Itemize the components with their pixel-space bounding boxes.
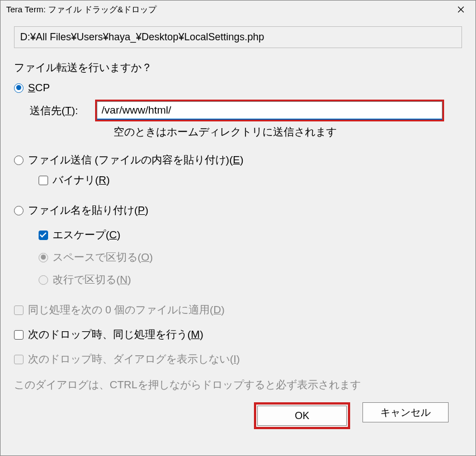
scp-dest-input[interactable]: [97, 101, 442, 120]
ok-button[interactable]: OK: [257, 406, 347, 426]
checkbox-next-nodlg-label: 次のドロップ時、ダイアログを表示しない(I): [28, 352, 240, 366]
checkbox-binary-row[interactable]: バイナリ(R): [39, 173, 462, 187]
checkbox-escape[interactable]: [39, 231, 48, 240]
radio-sep-space-row: スペースで区切る(O): [39, 250, 462, 265]
cancel-button[interactable]: キャンセル: [362, 402, 449, 422]
radio-sep-newline: [39, 275, 48, 285]
radio-sep-space: [39, 253, 48, 262]
checkbox-apply-same: [14, 305, 23, 315]
checkbox-next-nodlg: [14, 355, 23, 364]
checkbox-next-same-row[interactable]: 次のドロップ時、同じ処理を行う(M): [14, 327, 462, 342]
checkbox-binary[interactable]: [39, 176, 48, 185]
radio-sep-space-label: スペースで区切る(O): [53, 250, 153, 265]
radio-sendfile-label: ファイル送信 (ファイルの内容を貼り付け)(E): [28, 153, 243, 167]
radio-sep-newline-row: 改行で区切る(N): [39, 272, 462, 287]
radio-scp-label: SCP: [28, 82, 50, 94]
radio-scp[interactable]: [14, 83, 23, 93]
scp-dest-label: 送信先(T):: [30, 104, 78, 118]
scp-dest-highlight: [95, 100, 444, 121]
dialog-content: D:¥All Files¥Users¥haya_¥Desktop¥LocalSe…: [1, 18, 475, 455]
checkbox-escape-label: エスケープ(C): [53, 228, 120, 242]
checkbox-next-nodlg-row: 次のドロップ時、ダイアログを表示しない(I): [14, 352, 462, 366]
prompt-text: ファイル転送を行いますか？: [14, 60, 462, 75]
file-path-display: D:¥All Files¥Users¥haya_¥Desktop¥LocalSe…: [14, 26, 462, 48]
radio-pastename-label: ファイル名を貼り付け(P): [28, 203, 148, 218]
close-icon: [458, 6, 464, 13]
dialog-window: Tera Term: ファイル ドラッグ&ドロップ D:¥All Files¥U…: [0, 0, 476, 456]
checkbox-apply-same-row: 同じ処理を次の 0 個のファイルに適用(D): [14, 303, 462, 317]
scp-hint: 空のときはホームディレクトリに送信されます: [114, 125, 462, 139]
close-button[interactable]: [451, 2, 471, 17]
ok-highlight: OK: [254, 402, 350, 429]
radio-scp-row[interactable]: SCP: [14, 82, 462, 94]
checkbox-binary-label: バイナリ(R): [53, 173, 110, 187]
button-row: OK キャンセル: [14, 402, 462, 429]
radio-sendfile-row[interactable]: ファイル送信 (ファイルの内容を貼り付け)(E): [14, 153, 462, 167]
checkbox-apply-same-label: 同じ処理を次の 0 個のファイルに適用(D): [28, 303, 225, 317]
radio-pastename[interactable]: [14, 206, 23, 215]
scp-dest-row: 送信先(T):: [30, 100, 462, 121]
ctrl-note: このダイアログは、CTRLを押しながらドロップすると必ず表示されます: [14, 378, 462, 392]
checkbox-next-same[interactable]: [14, 330, 23, 340]
titlebar: Tera Term: ファイル ドラッグ&ドロップ: [1, 1, 475, 18]
radio-sendfile[interactable]: [14, 156, 23, 165]
checkbox-next-same-label: 次のドロップ時、同じ処理を行う(M): [28, 327, 203, 342]
radio-pastename-row[interactable]: ファイル名を貼り付け(P): [14, 203, 462, 218]
radio-sep-newline-label: 改行で区切る(N): [53, 272, 131, 287]
checkbox-escape-row[interactable]: エスケープ(C): [39, 228, 462, 242]
window-title: Tera Term: ファイル ドラッグ&ドロップ: [6, 4, 451, 15]
